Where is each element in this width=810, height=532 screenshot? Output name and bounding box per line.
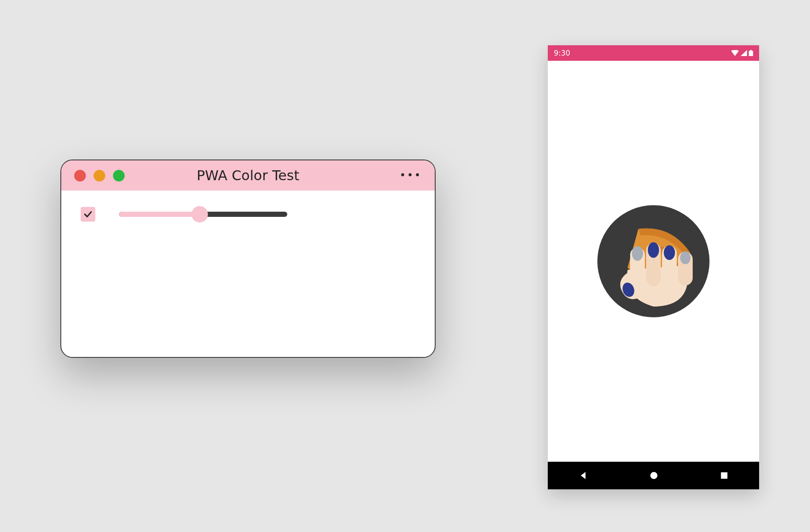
svg-rect-1 xyxy=(750,50,752,51)
titlebar: PWA Color Test ••• xyxy=(61,160,435,191)
status-icons xyxy=(731,50,753,56)
hand-crushing-pizza-icon xyxy=(597,205,710,317)
window-body xyxy=(61,191,435,238)
window-minimize-button[interactable] xyxy=(94,170,105,182)
signal-icon xyxy=(741,50,747,56)
window-maximize-button[interactable] xyxy=(113,170,125,182)
slider-track-fill xyxy=(119,212,200,217)
android-nav-bar xyxy=(548,462,759,489)
android-phone: 9:30 xyxy=(548,45,759,489)
traffic-lights xyxy=(74,170,125,182)
svg-rect-0 xyxy=(749,51,753,56)
home-icon[interactable] xyxy=(649,471,659,480)
battery-icon xyxy=(749,50,753,56)
accent-slider[interactable] xyxy=(119,206,287,223)
svg-point-9 xyxy=(648,242,659,258)
svg-point-13 xyxy=(650,472,658,479)
pwa-desktop-window: PWA Color Test ••• xyxy=(60,160,436,358)
svg-point-11 xyxy=(680,251,691,264)
svg-point-10 xyxy=(664,245,675,260)
wifi-icon xyxy=(731,50,739,56)
app-icon xyxy=(597,205,710,317)
back-icon[interactable] xyxy=(578,471,588,480)
splash-screen xyxy=(548,61,759,462)
checkmark-icon xyxy=(83,210,93,219)
svg-point-8 xyxy=(632,246,643,261)
status-bar: 9:30 xyxy=(548,45,759,61)
slider-thumb[interactable] xyxy=(192,206,208,222)
status-time: 9:30 xyxy=(554,49,570,57)
window-close-button[interactable] xyxy=(74,170,86,182)
svg-rect-14 xyxy=(721,473,728,479)
overflow-menu-button[interactable]: ••• xyxy=(400,169,422,182)
recents-icon[interactable] xyxy=(720,471,728,480)
theme-checkbox[interactable] xyxy=(81,207,95,222)
